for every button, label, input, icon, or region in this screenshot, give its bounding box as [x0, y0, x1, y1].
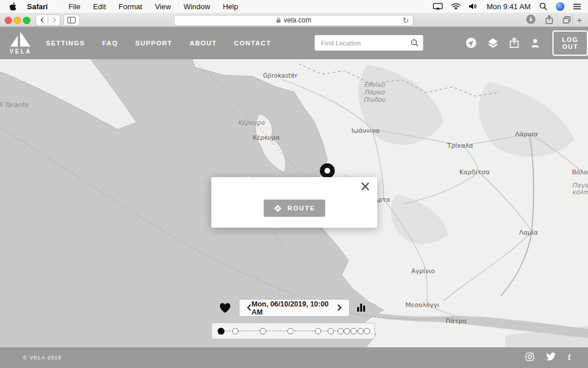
map-label: Λαμία — [519, 229, 538, 236]
window-zoom-button[interactable] — [23, 17, 30, 24]
social-links: f — [525, 352, 571, 363]
menu-clock[interactable]: Mon 9:41 AM — [486, 2, 531, 11]
timeline-dot-9[interactable] — [358, 328, 364, 334]
map-label: Εθνικό Πάρκο Πίνδου — [363, 81, 385, 103]
search-icon[interactable] — [411, 39, 419, 47]
map-label: Αγρίνιο — [411, 268, 435, 275]
new-tab-button[interactable]: + — [572, 14, 586, 25]
map-label: Βόλος — [572, 169, 588, 176]
account-icon[interactable] — [530, 38, 540, 48]
copyright-text: © VELA 2019 — [23, 355, 61, 361]
main-nav: SETTINGS FAQ SUPPORT ABOUT CONTACT — [46, 40, 288, 47]
reload-icon[interactable]: ↻ — [403, 17, 409, 24]
map-label: Ιωάννινα — [351, 128, 380, 135]
sailboat-icon — [9, 32, 32, 48]
route-button[interactable]: ROUTE — [264, 200, 326, 217]
timeline-dot-3[interactable] — [288, 328, 294, 334]
timeline-dot-2[interactable] — [260, 328, 266, 334]
macos-menu-bar: Safari File Edit Format View Window Help… — [0, 0, 588, 13]
timeline-dot-7[interactable] — [344, 328, 350, 334]
apple-menu-icon[interactable] — [9, 2, 17, 11]
close-icon[interactable]: × — [359, 179, 371, 193]
menu-view[interactable]: View — [155, 2, 171, 11]
timeline-dot-8[interactable] — [351, 328, 357, 334]
stats-chart-icon[interactable] — [357, 303, 365, 314]
timeline-dot-1[interactable] — [233, 328, 239, 334]
timeline-dot-10[interactable] — [364, 328, 370, 334]
timeline-slider[interactable] — [211, 323, 375, 339]
brand-text: VELA — [10, 48, 32, 55]
map-label: Gjirokastër — [263, 72, 297, 79]
back-button[interactable] — [36, 14, 48, 26]
export-share-icon[interactable] — [509, 37, 519, 48]
map-label: Πάτρα — [446, 318, 466, 325]
map-label: Κέρκυρα — [253, 135, 280, 141]
menu-safari[interactable]: Safari — [27, 2, 48, 11]
map-label: Παγασητικός κόλπος — [572, 182, 588, 196]
menu-format[interactable]: Format — [119, 2, 142, 11]
wifi-icon[interactable] — [451, 3, 461, 10]
window-minimize-button[interactable] — [14, 17, 21, 24]
volume-icon[interactable] — [469, 3, 478, 10]
search-input[interactable] — [320, 39, 411, 47]
map-label: di Taranto — [0, 102, 28, 109]
app-header: VELA SETTINGS FAQ SUPPORT ABOUT CONTACT … — [0, 26, 588, 59]
window-close-button[interactable] — [5, 17, 12, 24]
vela-logo[interactable]: VELA — [9, 32, 32, 55]
nav-item-settings[interactable]: SETTINGS — [46, 40, 85, 47]
map-label: Λάρισα — [515, 131, 538, 138]
menu-edit[interactable]: Edit — [93, 2, 106, 11]
menu-help[interactable]: Help — [223, 2, 238, 11]
nav-item-contact[interactable]: CONTACT — [234, 40, 271, 47]
marker-popup: × ROUTE — [211, 177, 377, 228]
sidebar-toggle-button[interactable] — [63, 14, 80, 26]
airplay-display-icon[interactable] — [433, 3, 443, 10]
timeline-dot-5[interactable] — [328, 328, 334, 334]
menu-file[interactable]: File — [68, 2, 80, 11]
map-label: Κέρκυρα — [238, 120, 265, 126]
map-label: Τρίκαλα — [447, 143, 473, 150]
route-button-label: ROUTE — [288, 205, 316, 212]
instagram-icon[interactable] — [525, 352, 534, 363]
downloads-button[interactable] — [526, 14, 536, 26]
padlock-icon — [276, 17, 281, 23]
favorite-heart-icon[interactable] — [219, 302, 231, 316]
notification-center-icon[interactable] — [573, 3, 581, 10]
prev-date-button[interactable] — [247, 303, 252, 313]
nav-item-about[interactable]: ABOUT — [189, 40, 216, 47]
safari-toolbar: vela.com ↻ + — [0, 13, 588, 27]
layers-icon[interactable] — [488, 38, 498, 48]
timeline-dot-6[interactable] — [338, 328, 344, 334]
tab-overview-button[interactable] — [563, 16, 571, 26]
menu-window[interactable]: Window — [184, 2, 210, 11]
forward-button[interactable] — [48, 14, 60, 26]
facebook-icon[interactable]: f — [568, 353, 571, 362]
timeline-dot-0[interactable] — [218, 328, 225, 335]
nav-item-faq[interactable]: FAQ — [102, 40, 118, 47]
share-button[interactable] — [546, 15, 553, 26]
siri-icon[interactable] — [556, 2, 564, 11]
find-location-search[interactable] — [315, 35, 423, 51]
current-date-label: Mon, 06/10/2019, 10:00 AM — [252, 300, 337, 316]
map-label: Καρδίτσα — [459, 169, 490, 176]
directions-icon — [273, 204, 282, 213]
url-text: vela.com — [284, 16, 311, 24]
next-date-button[interactable] — [337, 303, 342, 313]
logout-button[interactable]: LOG OUT — [552, 30, 588, 56]
locate-me-icon[interactable] — [466, 37, 477, 48]
date-navigator: Mon, 06/10/2019, 10:00 AM — [239, 299, 350, 317]
map-label: Μεσολόγγι — [405, 302, 439, 309]
address-bar[interactable]: vela.com ↻ — [174, 15, 413, 26]
spotlight-search-icon[interactable] — [539, 2, 547, 10]
twitter-icon[interactable] — [546, 352, 556, 363]
app-footer: © VELA 2019 f — [0, 347, 588, 368]
timeline-dot-4[interactable] — [315, 328, 322, 334]
nav-item-support[interactable]: SUPPORT — [135, 40, 172, 47]
header-icon-group — [466, 37, 540, 48]
